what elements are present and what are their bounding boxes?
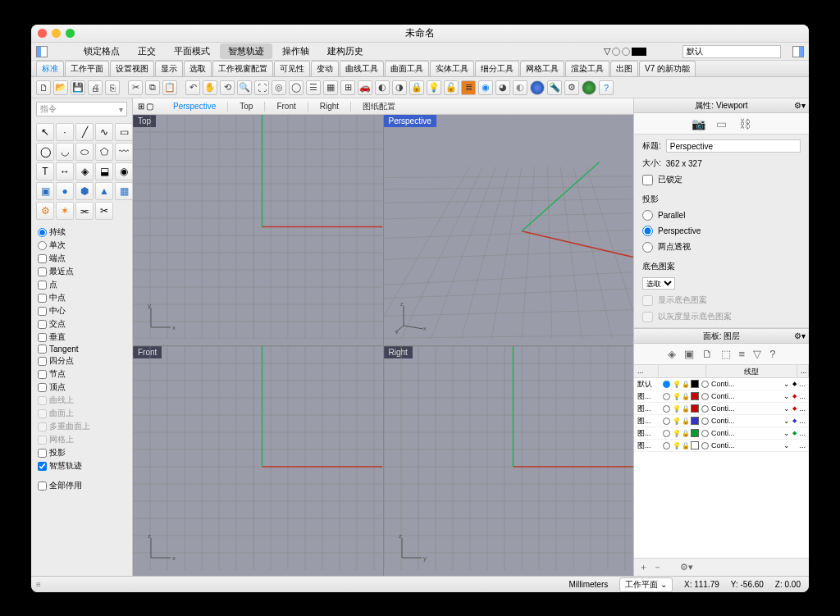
layer-box-icon[interactable]: ▣ [684,348,694,360]
properties-gear-icon[interactable]: ⚙▾ [794,101,806,110]
cylinder-icon[interactable]: ⬢ [75,182,94,200]
tab-rendertools[interactable]: 渲染工具 [565,61,609,76]
osnap-disableall[interactable]: 全部停用 [38,480,126,491]
camera-icon[interactable]: 📷 [692,116,706,131]
layer-remove-icon[interactable]: － [653,561,662,573]
vptab-perspective[interactable]: Perspective [163,100,226,112]
hide-icon[interactable]: ◐ [375,80,390,95]
paste-icon[interactable]: 📋 [162,80,177,95]
tab-standard[interactable]: 标准 [36,61,64,76]
sphere-icon[interactable]: ● [56,182,74,200]
layer-row[interactable]: 图... 💡 🔒 Conti... ⌄ ◆ ... [634,415,809,427]
options-icon[interactable]: ⚙ [564,80,579,95]
revolve-icon[interactable]: ◉ [115,162,133,180]
box-icon[interactable]: ▣ [36,182,54,200]
osnap-persist[interactable]: 持续 [38,226,126,238]
layers-gear-icon[interactable]: ⚙▾ [794,331,806,340]
layer-stack-icon[interactable]: ◈ [668,348,676,360]
osnap-int[interactable]: 交点 [38,318,126,330]
osnap-single[interactable]: 单次 [38,240,126,251]
layer-help-icon[interactable]: ? [769,348,775,360]
tab-surfacetools[interactable]: 曲面工具 [385,61,429,76]
vptab-layout[interactable]: 图纸配置 [353,99,405,114]
osnap-near[interactable]: 最近点 [38,266,126,277]
surface-icon[interactable]: ◈ [75,162,94,180]
layer-cube-icon[interactable]: ⬚ [721,348,731,360]
circle-icon[interactable]: ◯ [36,143,54,161]
ellipse-icon[interactable]: ⬭ [75,143,94,161]
osnap-end[interactable]: 端点 [38,253,126,264]
zoom-extents-icon[interactable]: ⛶ [254,80,269,95]
menu-history[interactable]: 建构历史 [319,43,372,59]
cut-icon[interactable]: ✂ [128,80,143,95]
polyline-icon[interactable]: ∿ [95,123,113,141]
layer-row[interactable]: 图... 💡 🔒 Conti... ⌄ ◆ ... [634,427,809,440]
trim-icon[interactable]: ✂ [95,202,113,220]
layer-row[interactable]: 图... 💡 🔒 Conti... ⌄ ◆ ... [634,403,809,415]
menu-gumball[interactable]: 操作轴 [274,43,317,59]
tab-display[interactable]: 显示 [155,61,183,76]
new-icon[interactable]: 🗋 [36,80,51,95]
osnap-project[interactable]: 投影 [38,447,126,459]
wallpaper-select[interactable]: 选取 [642,277,675,290]
extrude-icon[interactable]: ⬓ [95,162,113,180]
layer-popup-gear-icon[interactable]: ⚙▾ [680,562,693,573]
filter-icon[interactable]: ▽ [604,46,610,57]
viewport-perspective[interactable]: Perspective zxy [384,115,634,345]
tab-drafting[interactable]: 出图 [610,61,638,76]
tab-setview[interactable]: 设置视图 [110,61,154,76]
play-record-icon[interactable] [622,48,630,56]
tab-vplayout[interactable]: 工作视窗配置 [212,61,273,76]
shade-icon[interactable]: ◐ [513,80,527,95]
layer-sort-icon[interactable]: ≡ [739,348,746,360]
unlock-icon[interactable]: 🔓 [444,80,459,95]
text-icon[interactable]: T [36,162,54,180]
polygon-icon[interactable]: ⬠ [95,143,113,161]
proj-parallel[interactable]: Parallel [642,210,801,221]
prop-locked[interactable]: 已锁定 [642,174,801,185]
tab-transform[interactable]: 变动 [311,61,339,76]
osnap-mid[interactable]: 中点 [38,292,126,303]
curve-icon[interactable]: 〰 [115,143,133,161]
menu-gridsnap[interactable]: 锁定格点 [75,43,128,59]
layer-row[interactable]: 图... 💡 🔒 Conti... ⌄ ◆ ... [634,390,809,403]
layer-filter-icon[interactable]: ▽ [753,348,761,360]
osnap-quad[interactable]: 四分点 [38,355,126,367]
help-icon[interactable]: ? [599,80,614,95]
proj-perspective[interactable]: Perspective [642,226,801,236]
resize-grip-icon[interactable]: ≡ [36,580,41,589]
layer-row[interactable]: 默认 💡 🔒 Conti... ⌄ ◆ ... [634,378,809,390]
spotlight-icon[interactable]: 🔦 [547,80,562,95]
object-icon[interactable]: ▭ [714,116,729,131]
tab-meshtools[interactable]: 网格工具 [520,61,564,76]
save-icon[interactable]: 💾 [71,80,85,95]
dim-icon[interactable]: ↔ [56,162,74,180]
tab-cplane[interactable]: 工作平面 [65,61,109,76]
tab-curvetools[interactable]: 曲线工具 [340,61,384,76]
4view-icon[interactable]: ⊞ [340,80,355,95]
rotate-icon[interactable]: ⟲ [220,80,235,95]
menu-smarttrack[interactable]: 智慧轨迹 [220,43,272,59]
osnap-tan[interactable]: Tangent [38,345,126,354]
copy-icon[interactable]: ⧉ [145,80,160,95]
tab-visibility[interactable]: 可见性 [274,61,310,76]
named-view-icon[interactable]: ☰ [306,80,321,95]
rect-icon[interactable]: ▭ [115,123,133,141]
help-earth-icon[interactable] [582,80,596,95]
open-icon[interactable]: 📂 [53,80,68,95]
viewport-right[interactable]: Right yz [384,346,634,577]
car-icon[interactable]: 🚗 [358,80,372,95]
vptab-front[interactable]: Front [267,100,305,112]
zoom-button[interactable] [66,29,75,38]
close-button[interactable] [38,29,47,38]
menu-planar[interactable]: 平面模式 [166,43,218,59]
prop-title-input[interactable] [666,139,801,153]
layers-icon[interactable]: ≣ [461,80,476,95]
render-icon[interactable]: ◕ [495,80,510,95]
show-icon[interactable]: ◑ [392,80,407,95]
lasso-icon[interactable]: ◯ [289,80,304,95]
import-icon[interactable]: ⎘ [105,80,120,95]
osnap-point[interactable]: 点 [38,279,126,290]
print-icon[interactable]: 🖨 [88,80,103,95]
point-icon[interactable]: · [56,123,74,141]
